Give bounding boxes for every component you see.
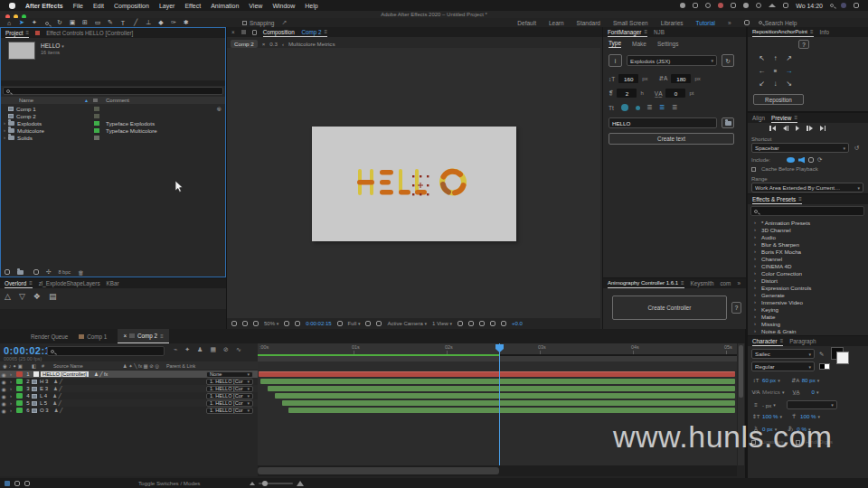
layer-switches[interactable]: ♟ ╱ bbox=[52, 393, 61, 399]
tab-render-queue[interactable]: Render Queue bbox=[31, 333, 68, 340]
workspace-standard[interactable]: Standard bbox=[577, 20, 600, 26]
menu-after-effects[interactable]: After Effects bbox=[25, 3, 63, 9]
effects-category[interactable]: ›Distort bbox=[751, 277, 865, 284]
pen-tool-icon[interactable]: ✎ bbox=[104, 19, 117, 26]
zoom-slider-thumb[interactable] bbox=[262, 481, 268, 486]
exposure-value[interactable]: +0.0 bbox=[512, 321, 523, 326]
anchor-bottom-left-button[interactable]: ↙ bbox=[755, 77, 769, 89]
zoom-out-mountain-icon[interactable] bbox=[250, 482, 255, 485]
anchor-right-button[interactable]: → bbox=[782, 64, 796, 77]
motion-blur-icon[interactable]: ⊘ bbox=[223, 346, 229, 353]
menubar-clock[interactable]: Wo 14:20 bbox=[796, 3, 823, 9]
kerning-value[interactable]: Metrics bbox=[762, 389, 780, 395]
tab-animography[interactable]: Animography Controller 1.6.1≡ bbox=[608, 278, 684, 288]
info-button[interactable]: i bbox=[609, 54, 622, 67]
case-icon[interactable]: Tt bbox=[609, 105, 614, 111]
parent-link-column[interactable]: Parent & Link bbox=[166, 363, 195, 369]
stroke-width-value[interactable]: - px bbox=[762, 402, 771, 408]
align-center-icon[interactable]: ☰ bbox=[660, 104, 665, 111]
hand-tool-icon[interactable]: ✦ bbox=[28, 19, 41, 26]
overlord-pull-icon[interactable]: ▽ bbox=[19, 292, 25, 301]
label-swatch[interactable] bbox=[94, 107, 99, 111]
tab-composition-comp2[interactable]: Composition Comp 2≡ bbox=[263, 27, 327, 37]
eye-icon[interactable]: ◉ bbox=[0, 408, 7, 414]
siri-icon[interactable] bbox=[841, 3, 846, 8]
menu-file[interactable]: File bbox=[73, 3, 83, 9]
spotlight-search-icon[interactable] bbox=[830, 4, 834, 7]
status-dropbox-icon[interactable] bbox=[718, 3, 723, 8]
close-tab-icon[interactable]: × bbox=[123, 333, 127, 339]
dot-small-icon[interactable] bbox=[636, 106, 640, 110]
layer-name[interactable]: E 3 bbox=[40, 386, 48, 391]
tab-timeline-comp1[interactable]: Comp 1 bbox=[79, 333, 107, 340]
label-chip[interactable] bbox=[16, 400, 23, 406]
include-overlays-icon[interactable] bbox=[808, 157, 814, 163]
pixel-aspect-icon[interactable] bbox=[458, 321, 463, 326]
menu-edit[interactable]: Edit bbox=[93, 3, 104, 9]
magnification-select[interactable]: 50% ▾ bbox=[264, 321, 278, 326]
tab-njb[interactable]: NJB bbox=[654, 29, 665, 35]
bw-swatch-icon[interactable] bbox=[819, 363, 830, 370]
loop-icon[interactable]: ⟳ bbox=[817, 156, 822, 164]
layer-bar-l2[interactable] bbox=[282, 400, 735, 406]
workspace-default[interactable]: Default bbox=[517, 20, 536, 26]
menu-window[interactable]: Window bbox=[272, 3, 295, 9]
label-swatch[interactable] bbox=[94, 114, 99, 118]
fast-previews-icon[interactable] bbox=[468, 321, 474, 326]
crumb-close-icon[interactable]: × bbox=[262, 41, 266, 47]
share-icon[interactable]: ↗ bbox=[281, 19, 287, 26]
source-name-column[interactable]: Source Name bbox=[53, 363, 83, 369]
tab-effect-controls[interactable]: Effect Controls HELLO [Controller] bbox=[46, 30, 133, 36]
camera-select[interactable]: Active Camera ▾ bbox=[387, 321, 427, 326]
label-swatch[interactable] bbox=[94, 136, 99, 140]
menu-effect[interactable]: Effect bbox=[184, 3, 201, 9]
status-clock-icon[interactable] bbox=[756, 3, 761, 8]
text-input[interactable]: HELLO bbox=[609, 117, 717, 128]
viewer-timecode[interactable]: 0:00:02:15 bbox=[306, 321, 331, 326]
first-frame-button[interactable] bbox=[769, 126, 776, 131]
snapshot-camera-icon[interactable] bbox=[337, 321, 343, 326]
puppet-pin-tool-icon[interactable]: ✱ bbox=[180, 19, 193, 26]
parent-select[interactable]: 1. HELLO [Cor▾ bbox=[206, 379, 253, 385]
effects-category[interactable]: ›Noise & Grain bbox=[751, 327, 865, 334]
expander-icon[interactable]: › bbox=[7, 379, 14, 384]
layer-switches[interactable]: ♟ ╱ bbox=[53, 386, 62, 391]
tab-overlord[interactable]: Overlord≡ bbox=[5, 278, 33, 288]
font-size-value[interactable]: 160 bbox=[618, 74, 638, 83]
snapshot-icon[interactable] bbox=[242, 321, 248, 326]
project-row-multicolore[interactable]: › Multicolore Typeface Multicolore bbox=[1, 127, 225, 134]
frame-blending-icon[interactable]: ▦ bbox=[210, 346, 216, 353]
hide-shy-layers-icon[interactable]: ♟ bbox=[197, 346, 203, 353]
expander-icon[interactable]: › bbox=[1, 135, 8, 140]
delete-icon[interactable]: 🗑︎ bbox=[78, 269, 84, 276]
anchor-top-button[interactable]: ↑ bbox=[769, 52, 782, 64]
dot-large-icon[interactable] bbox=[621, 104, 628, 111]
reposition-help-button[interactable]: ? bbox=[798, 40, 809, 49]
effects-category[interactable]: ›Generate bbox=[751, 291, 865, 298]
transfer-controls-toggle-icon[interactable] bbox=[24, 481, 30, 486]
expander-icon[interactable]: › bbox=[7, 408, 14, 413]
tab-explode-shape-layers[interactable]: zl_ExplodeShapeLayers bbox=[39, 280, 100, 286]
layer-bar-o[interactable] bbox=[288, 408, 735, 413]
layer-row-1[interactable]: ◉› 1 HELLO [Controller] ♟ ╱ fx None▾ bbox=[0, 371, 258, 378]
status-display-icon[interactable] bbox=[693, 3, 698, 8]
mask-visibility-icon[interactable] bbox=[295, 321, 300, 326]
next-frame-button[interactable] bbox=[807, 126, 813, 131]
effects-category[interactable]: ›Matte bbox=[751, 313, 865, 320]
expand-layers-toggle-icon[interactable] bbox=[5, 481, 10, 486]
timeline-search-input[interactable] bbox=[47, 346, 165, 356]
tab-info[interactable]: Info bbox=[820, 29, 830, 35]
font-family-select[interactable]: Sailec▾ bbox=[751, 349, 815, 359]
graph-editor-icon[interactable]: ∿ bbox=[236, 346, 241, 353]
brush-tool-icon[interactable]: ╱ bbox=[129, 19, 142, 26]
expander-icon[interactable]: › bbox=[7, 386, 14, 391]
audio-column-icon[interactable]: ♪ bbox=[9, 363, 12, 369]
grid-guides-icon[interactable] bbox=[284, 321, 289, 326]
layer-bar-controller[interactable] bbox=[259, 371, 735, 377]
composition-frame[interactable] bbox=[312, 127, 516, 241]
fontmanager-tab-make[interactable]: Make bbox=[632, 41, 646, 47]
new-composition-icon[interactable] bbox=[33, 269, 39, 275]
tab-paragraph[interactable]: Paragraph bbox=[789, 338, 816, 344]
tab-fontmanager[interactable]: FontManager≡ bbox=[608, 27, 647, 37]
notification-center-icon[interactable] bbox=[854, 3, 859, 8]
